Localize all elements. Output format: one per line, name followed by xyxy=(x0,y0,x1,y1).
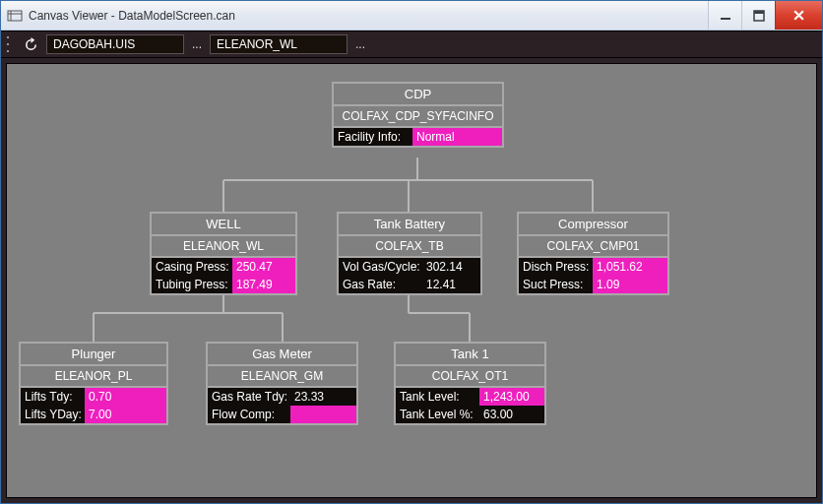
node-compressor[interactable]: Compressor COLFAX_CMP01 Disch Press: 1,0… xyxy=(517,212,669,295)
node-row: Gas Rate: 12.41 xyxy=(339,276,480,293)
path-box-1-text: DAGOBAH.UIS xyxy=(53,37,135,51)
window-buttons xyxy=(708,1,822,30)
node-row: Tubing Press: 187.49 xyxy=(152,276,295,293)
row-value xyxy=(290,406,356,423)
node-well-sub: ELEANOR_WL xyxy=(152,236,295,258)
node-well-title: WELL xyxy=(152,214,295,236)
node-tank-1-title: Tank 1 xyxy=(396,344,544,366)
row-label: Tubing Press: xyxy=(152,276,232,293)
row-value: 250.47 xyxy=(232,258,295,276)
row-label: Disch Press: xyxy=(519,258,593,276)
minimize-button[interactable] xyxy=(708,1,741,30)
window-title: Canvas Viewer - DataModelScreen.can xyxy=(29,9,708,23)
row-value: 1,051.62 xyxy=(593,258,667,276)
node-row: Suct Press: 1.09 xyxy=(519,276,667,293)
node-tank-1-sub: COLFAX_OT1 xyxy=(396,366,544,388)
close-button[interactable] xyxy=(775,1,822,30)
row-value: 302.14 xyxy=(422,258,480,276)
node-row: Gas Rate Tdy: 23.33 xyxy=(208,388,356,406)
row-value: 7.00 xyxy=(85,406,166,423)
node-plunger[interactable]: Plunger ELEANOR_PL Lifts Tdy: 0.70 Lifts… xyxy=(19,342,168,425)
path-box-1[interactable]: DAGOBAH.UIS xyxy=(46,34,184,54)
node-compressor-title: Compressor xyxy=(519,214,667,236)
svg-rect-3 xyxy=(721,18,730,20)
app-icon xyxy=(7,8,23,24)
row-label: Gas Rate Tdy: xyxy=(208,388,290,406)
row-label: Tank Level %: xyxy=(396,406,479,423)
svg-rect-5 xyxy=(754,11,764,14)
row-value: 187.49 xyxy=(232,276,295,293)
refresh-button[interactable] xyxy=(21,34,40,54)
node-row: Disch Press: 1,051.62 xyxy=(519,258,667,276)
row-value: 1,243.00 xyxy=(479,388,544,406)
row-value: 0.70 xyxy=(85,388,166,406)
row-value: 1.09 xyxy=(593,276,667,293)
node-cdp-sub: COLFAX_CDP_SYFACINFO xyxy=(334,106,502,128)
node-row: Tank Level %: 63.00 xyxy=(396,406,544,423)
row-label: Facility Info: xyxy=(334,128,412,146)
node-row: Flow Comp: xyxy=(208,406,356,423)
titlebar[interactable]: Canvas Viewer - DataModelScreen.can xyxy=(1,1,822,31)
toolbar-grip-icon[interactable] xyxy=(7,36,13,52)
node-gas-meter-sub: ELEANOR_GM xyxy=(208,366,356,388)
path-box-1-browse[interactable]: ... xyxy=(190,34,204,54)
canvas-wrap: CDP COLFAX_CDP_SYFACINFO Facility Info: … xyxy=(1,58,822,503)
node-row: Lifts Tdy: 0.70 xyxy=(21,388,166,406)
row-value: 12.41 xyxy=(422,276,480,293)
path-box-2-browse[interactable]: ... xyxy=(353,34,367,54)
row-label: Vol Gas/Cycle: xyxy=(339,258,422,276)
path-box-2-text: ELEANOR_WL xyxy=(217,37,297,51)
toolbar: DAGOBAH.UIS ... ELEANOR_WL ... xyxy=(1,31,822,58)
node-plunger-sub: ELEANOR_PL xyxy=(21,366,166,388)
node-row: Facility Info: Normal xyxy=(334,128,502,146)
node-well[interactable]: WELL ELEANOR_WL Casing Press: 250.47 Tub… xyxy=(150,212,297,295)
node-tank-battery-sub: COLFAX_TB xyxy=(339,236,480,258)
row-label: Flow Comp: xyxy=(208,406,290,423)
row-value: 23.33 xyxy=(290,388,356,406)
node-cdp[interactable]: CDP COLFAX_CDP_SYFACINFO Facility Info: … xyxy=(332,82,504,148)
path-box-2[interactable]: ELEANOR_WL xyxy=(210,34,348,54)
node-tank-1[interactable]: Tank 1 COLFAX_OT1 Tank Level: 1,243.00 T… xyxy=(394,342,546,425)
maximize-button[interactable] xyxy=(741,1,775,30)
svg-rect-0 xyxy=(8,11,22,21)
node-row: Casing Press: 250.47 xyxy=(152,258,295,276)
row-label: Lifts Tdy: xyxy=(21,388,85,406)
row-label: Tank Level: xyxy=(396,388,479,406)
node-plunger-title: Plunger xyxy=(21,344,166,366)
node-row: Vol Gas/Cycle: 302.14 xyxy=(339,258,480,276)
row-label: Gas Rate: xyxy=(339,276,422,293)
row-value: Normal xyxy=(412,128,502,146)
row-label: Lifts YDay: xyxy=(21,406,85,423)
node-tank-battery-title: Tank Battery xyxy=(339,214,480,236)
node-row: Lifts YDay: 7.00 xyxy=(21,406,166,423)
row-value: 63.00 xyxy=(479,406,544,423)
node-compressor-sub: COLFAX_CMP01 xyxy=(519,236,667,258)
node-gas-meter[interactable]: Gas Meter ELEANOR_GM Gas Rate Tdy: 23.33… xyxy=(206,342,358,425)
app-window: Canvas Viewer - DataModelScreen.can DAGO… xyxy=(0,0,823,504)
node-row: Tank Level: 1,243.00 xyxy=(396,388,544,406)
node-tank-battery[interactable]: Tank Battery COLFAX_TB Vol Gas/Cycle: 30… xyxy=(337,212,482,295)
row-label: Casing Press: xyxy=(152,258,232,276)
node-cdp-title: CDP xyxy=(334,84,502,106)
row-label: Suct Press: xyxy=(519,276,593,293)
node-gas-meter-title: Gas Meter xyxy=(208,344,356,366)
canvas[interactable]: CDP COLFAX_CDP_SYFACINFO Facility Info: … xyxy=(6,63,817,498)
